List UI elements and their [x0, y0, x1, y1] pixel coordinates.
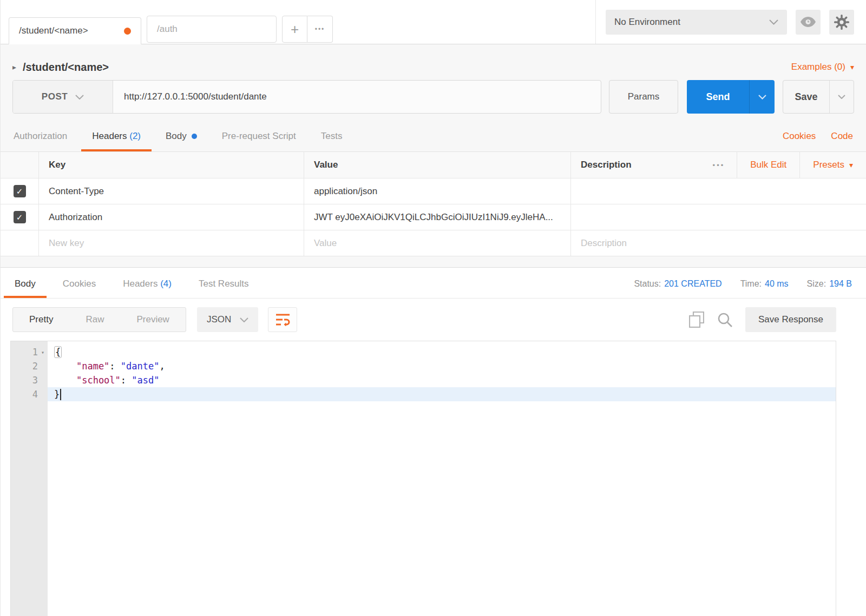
- presets-label: Presets: [813, 160, 844, 170]
- save-response-button[interactable]: Save Response: [745, 307, 836, 332]
- tab-student-name[interactable]: /student/<name>: [9, 17, 141, 44]
- method-select[interactable]: POST: [13, 81, 113, 113]
- table-header-row: Key Value Description ••• Bulk Edit Pres…: [1, 152, 866, 178]
- send-button[interactable]: Send: [687, 80, 749, 114]
- tab-response-body[interactable]: Body: [15, 279, 36, 298]
- description-cell[interactable]: [570, 204, 866, 230]
- tab-label: Tests: [321, 131, 343, 141]
- response-toolbar: Pretty Raw Preview JSON: [1, 299, 866, 341]
- environment-quicklook-button[interactable]: [796, 10, 821, 35]
- json-key-token: "name": [76, 361, 109, 372]
- settings-button[interactable]: [829, 10, 854, 35]
- tab-label: Headers: [123, 279, 158, 289]
- code-link[interactable]: Code: [831, 131, 853, 142]
- key-cell[interactable]: Authorization: [38, 204, 304, 230]
- search-button[interactable]: [717, 312, 732, 327]
- separator-token: :: [109, 361, 120, 372]
- tab-authorization[interactable]: Authorization: [14, 131, 67, 151]
- environment-controls: No Environment: [595, 0, 866, 44]
- tab-headers[interactable]: Headers (2): [92, 131, 141, 151]
- json-string-token: "dante": [121, 361, 160, 372]
- new-value-input[interactable]: Value: [304, 230, 570, 256]
- presets-dropdown[interactable]: Presets ▾: [799, 152, 866, 178]
- examples-dropdown[interactable]: Examples (0) ▾: [791, 62, 854, 72]
- time-label: Time:: [740, 279, 762, 288]
- save-split-button: Save: [783, 80, 854, 114]
- header-row-content-type: ✓ Content-Type application/json: [1, 178, 866, 204]
- chevron-down-icon: [769, 19, 778, 25]
- url-input[interactable]: http://127.0.0.1:5000/student/dante: [113, 81, 601, 113]
- method-url-group: POST http://127.0.0.1:5000/student/dante: [12, 80, 601, 114]
- copy-button[interactable]: [689, 312, 704, 328]
- checkbox-cell: ✓: [1, 178, 38, 204]
- request-title-row: ▸ /student/<name> Examples (0) ▾: [1, 44, 866, 80]
- more-tabs-button[interactable]: •••: [307, 16, 333, 43]
- tab-auth[interactable]: /auth: [147, 16, 277, 43]
- view-pretty-button[interactable]: Pretty: [13, 308, 69, 332]
- collapse-caret-icon[interactable]: ▸: [12, 63, 16, 71]
- fold-caret-icon[interactable]: ▾: [38, 349, 48, 355]
- json-string-token: "asd": [132, 375, 159, 386]
- chevron-down-icon: [240, 317, 248, 322]
- check-icon: ✓: [16, 213, 23, 222]
- tab-test-results[interactable]: Test Results: [199, 279, 249, 298]
- text-cursor: [60, 389, 61, 400]
- gear-icon: [834, 14, 850, 30]
- new-tab-button[interactable]: +: [282, 16, 307, 43]
- save-options-button[interactable]: [829, 81, 854, 113]
- line-number: 4: [32, 389, 38, 400]
- value-cell[interactable]: JWT eyJ0eXAiOiJKV1QiLCJhbGciOiJIUzI1NiJ9…: [304, 204, 570, 230]
- tab-label: /auth: [157, 24, 178, 35]
- tab-body[interactable]: Body: [166, 131, 197, 151]
- headers-table: Key Value Description ••• Bulk Edit Pres…: [1, 151, 866, 256]
- new-description-input[interactable]: Description: [570, 230, 866, 256]
- tab-response-headers[interactable]: Headers (4): [123, 279, 172, 298]
- key-cell[interactable]: Content-Type: [38, 178, 304, 204]
- tab-label: Authorization: [14, 131, 67, 141]
- save-button[interactable]: Save: [783, 81, 829, 113]
- send-options-button[interactable]: [749, 80, 775, 114]
- new-key-input[interactable]: New key: [38, 230, 304, 256]
- request-builder: ▸ /student/<name> Examples (0) ▾ POST ht…: [1, 44, 866, 267]
- tab-label: Body: [15, 279, 36, 289]
- value-column-header: Value: [304, 152, 570, 178]
- format-select[interactable]: JSON: [197, 307, 258, 332]
- tab-label: Body: [166, 131, 187, 141]
- params-label: Params: [628, 91, 660, 102]
- response-headers-count-badge: (4): [160, 279, 172, 289]
- tab-response-cookies[interactable]: Cookies: [63, 279, 96, 298]
- view-raw-button[interactable]: Raw: [69, 308, 120, 332]
- examples-label: Examples (0): [791, 62, 845, 72]
- view-preview-button[interactable]: Preview: [120, 308, 185, 332]
- headers-count-badge: (2): [129, 131, 141, 141]
- size-label: Size:: [807, 279, 826, 288]
- row-enabled-checkbox[interactable]: ✓: [14, 185, 26, 197]
- tab-controls: + •••: [282, 16, 333, 43]
- caret-down-icon: ▾: [850, 63, 854, 71]
- copy-icon: [689, 312, 704, 328]
- row-enabled-checkbox[interactable]: ✓: [14, 211, 26, 223]
- json-key-token: "school": [76, 375, 121, 386]
- status-label: Status:: [634, 279, 661, 288]
- environment-select[interactable]: No Environment: [606, 10, 787, 35]
- wrap-text-button[interactable]: [268, 307, 297, 332]
- json-code-area[interactable]: { "name": "dante", "school": "asd" }: [48, 341, 836, 616]
- params-button[interactable]: Params: [609, 80, 678, 114]
- tab-label: Pre-request Script: [222, 131, 296, 141]
- tab-label: /student/<name>: [19, 25, 88, 36]
- tab-tests[interactable]: Tests: [321, 131, 343, 151]
- tab-prerequest-script[interactable]: Pre-request Script: [222, 131, 296, 151]
- check-icon: ✓: [16, 187, 23, 196]
- table-header-controls: ••• Bulk Edit Presets ▾: [701, 152, 866, 178]
- request-title: /student/<name>: [23, 61, 109, 74]
- checkbox-cell: [1, 230, 38, 256]
- cookies-link[interactable]: Cookies: [783, 131, 816, 142]
- bulk-edit-link[interactable]: Bulk Edit: [737, 152, 799, 178]
- more-options-icon[interactable]: •••: [701, 152, 737, 178]
- checkbox-cell: ✓: [1, 204, 38, 230]
- gutter-line: 4: [11, 387, 48, 401]
- response-body-editor: 1 ▾ 2 3 4 {: [10, 341, 836, 616]
- value-cell[interactable]: application/json: [304, 178, 570, 204]
- time-badge: Time:40 ms: [740, 279, 789, 289]
- description-cell[interactable]: [570, 178, 866, 204]
